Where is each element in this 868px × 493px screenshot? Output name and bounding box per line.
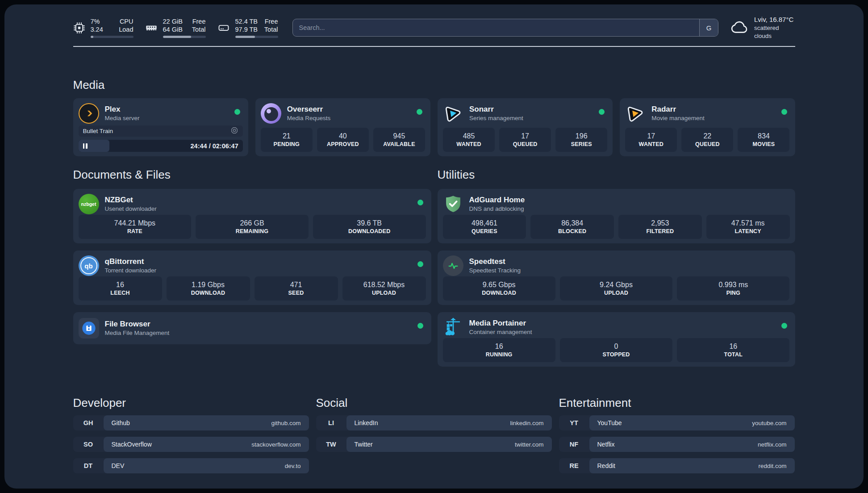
status-online-dot — [417, 109, 422, 115]
speedtest-card[interactable]: Speedtest Speedtest Tracking 9.65 Gbps D… — [438, 251, 795, 305]
section-media: Media Plex Media server Bullet Train — [73, 78, 795, 156]
weather-condition: scattered clouds — [754, 24, 795, 40]
disk-progress-fill — [235, 36, 255, 38]
app-desc: Media File Management — [105, 330, 170, 337]
memory-labels: Free Total — [192, 17, 206, 33]
bookmark-abbr: LI — [316, 415, 346, 430]
app-desc: Media Requests — [287, 115, 331, 122]
cpu-values: 7% 3.24 — [91, 17, 103, 33]
stat-queued: 17 QUEUED — [499, 128, 551, 152]
app-name: AdGuard Home — [469, 195, 525, 205]
app-desc: Usenet downloader — [105, 205, 157, 213]
status-online-dot — [417, 261, 423, 267]
status-online-dot — [781, 323, 787, 329]
transcode-icon — [230, 126, 238, 136]
bookmark-netflix[interactable]: NF Netflix netflix.com — [559, 437, 795, 452]
qbittorrent-icon-label: qb — [84, 262, 92, 270]
search-input[interactable] — [293, 19, 699, 36]
bookmark-url: dev.to — [285, 463, 301, 469]
bookmark-twitter[interactable]: TW Twitter twitter.com — [316, 437, 552, 452]
radarr-icon — [625, 103, 646, 124]
bookmark-stackoverflow[interactable]: SO StackOverflow stackoverflow.com — [73, 437, 309, 452]
plex-now-playing: Bullet Train 24:44 / 02:06:47 — [79, 125, 243, 152]
weather-widget: Lviv, 16.87°C scattered clouds — [730, 15, 795, 41]
dashboard-panel: 7% 3.24 CPU Load — [4, 4, 864, 489]
disk-progress-bar — [235, 36, 278, 38]
playback-time: 24:44 / 02:06:47 — [191, 142, 238, 150]
bookmark-youtube[interactable]: YT YouTube youtube.com — [559, 415, 795, 430]
disk-labels: Free Total — [264, 17, 278, 33]
adguard-icon — [443, 194, 463, 214]
section-title-social: Social — [316, 396, 552, 410]
now-playing-title: Bullet Train — [83, 128, 113, 134]
nzbget-card[interactable]: nzbget NZBGet Usenet downloader 744.21 M… — [73, 189, 431, 243]
stat-upload: 618.52 Mbps UPLOAD — [342, 276, 426, 301]
memory-icon — [145, 21, 158, 34]
app-name: Sonarr — [469, 104, 523, 114]
bookmark-github[interactable]: GH Github github.com — [73, 415, 309, 430]
section-title-media: Media — [73, 78, 795, 92]
status-online-dot — [417, 323, 423, 329]
bookmark-abbr: DT — [73, 458, 104, 473]
disk-values: 52.4 TB 97.9 TB — [235, 17, 258, 33]
bookmark-linkedin[interactable]: LI LinkedIn linkedin.com — [316, 415, 552, 430]
stat-rate: 744.21 Mbps RATE — [79, 215, 192, 239]
disk-icon — [217, 21, 230, 34]
bookmark-url: twitter.com — [515, 441, 544, 448]
speedtest-icon — [443, 255, 463, 276]
section-utilities: Utilities AdGuard Home — [438, 168, 795, 374]
plex-card[interactable]: Plex Media server Bullet Train — [73, 98, 248, 156]
stat-stopped: 0 STOPPED — [560, 338, 672, 362]
section-entertainment: Entertainment YT YouTube youtube.com NF … — [559, 396, 795, 480]
app-name: Media Portainer — [469, 318, 532, 328]
app-name: File Browser — [105, 319, 170, 329]
stat-remaining: 266 GB REMAINING — [196, 215, 309, 239]
bookmark-abbr: RE — [559, 458, 589, 473]
portainer-icon — [443, 317, 463, 338]
bookmark-abbr: SO — [73, 437, 104, 452]
disk-metric: 52.4 TB 97.9 TB Free Total — [217, 17, 278, 38]
stat-movies: 834 MOVIES — [738, 128, 789, 152]
filebrowser-icon — [79, 318, 99, 338]
portainer-card[interactable]: Media Portainer Container management 16 … — [438, 312, 795, 367]
stat-wanted: 485 WANTED — [443, 128, 495, 152]
pause-icon[interactable] — [83, 143, 88, 149]
search-engine-button[interactable]: G — [699, 19, 718, 36]
bookmark-reddit[interactable]: RE Reddit reddit.com — [559, 458, 795, 473]
bookmark-name: Reddit — [597, 462, 615, 469]
bookmark-dev[interactable]: DT DEV dev.to — [73, 458, 309, 473]
stat-wanted: 17 WANTED — [625, 128, 677, 152]
stat-available: 945 AVAILABLE — [373, 128, 425, 152]
playback-progress-bar[interactable]: 24:44 / 02:06:47 — [79, 140, 243, 152]
stat-pending: 21 PENDING — [261, 128, 313, 152]
bookmark-url: linkedin.com — [510, 420, 543, 426]
qbittorrent-card[interactable]: qb qBittorrent Torrent downloader 16 LEE… — [73, 251, 431, 305]
stat-seed: 471 SEED — [255, 276, 338, 301]
bookmark-name: Twitter — [355, 441, 373, 448]
overseerr-card[interactable]: Overseerr Media Requests 21 PENDING 40 A… — [255, 98, 430, 156]
bookmark-abbr: NF — [559, 437, 589, 452]
app-name: NZBGet — [105, 195, 157, 205]
sonarr-card[interactable]: Sonarr Series management 485 WANTED 17 Q… — [438, 98, 613, 156]
bookmark-abbr: TW — [316, 437, 346, 452]
bookmark-name: LinkedIn — [355, 419, 378, 426]
app-desc: Container management — [469, 329, 532, 336]
adguard-card[interactable]: AdGuard Home DNS and adblocking 498,461 … — [438, 189, 795, 243]
stat-downloaded: 39.6 TB DOWNLOADED — [313, 215, 426, 239]
stat-queries: 498,461 QUERIES — [443, 215, 526, 239]
search-bar: G — [292, 19, 718, 37]
cpu-progress-fill — [91, 36, 94, 38]
app-desc: DNS and adblocking — [469, 205, 525, 213]
stat-blocked: 86,384 BLOCKED — [530, 215, 614, 239]
filebrowser-card[interactable]: File Browser Media File Management — [73, 312, 431, 344]
stat-latency: 47.571 ms LATENCY — [706, 215, 790, 239]
bookmark-name: DEV — [112, 462, 125, 469]
header: 7% 3.24 CPU Load — [73, 17, 795, 38]
section-title-entertainment: Entertainment — [559, 396, 795, 410]
cloud-icon — [730, 19, 749, 36]
cpu-labels: CPU Load — [119, 17, 133, 33]
app-name: Speedtest — [469, 257, 521, 266]
app-desc: Media server — [105, 115, 140, 122]
bookmark-abbr: YT — [559, 415, 589, 430]
radarr-card[interactable]: Radarr Movie management 17 WANTED 22 QUE… — [620, 98, 795, 156]
